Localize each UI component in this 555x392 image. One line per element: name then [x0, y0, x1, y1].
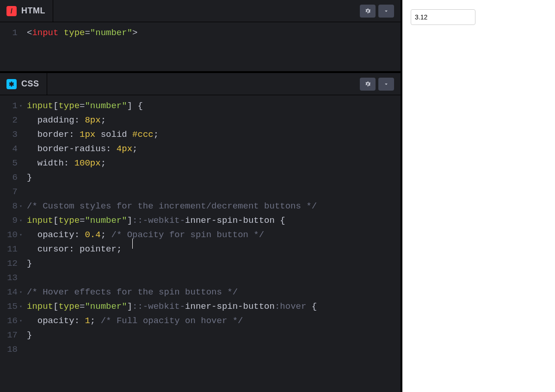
css-pane-header: ✱ CSS — [0, 73, 401, 95]
html-expand-button[interactable] — [378, 5, 394, 18]
editors-column: / HTML 1 <input type="number"> ✱ CSS — [0, 0, 402, 392]
chevron-down-icon — [383, 8, 389, 14]
app-root: / HTML 1 <input type="number"> ✱ CSS — [0, 0, 555, 392]
css-editor[interactable]: 123456789101112131415161718 input[type="… — [0, 95, 401, 392]
chevron-down-icon — [383, 81, 389, 87]
preview-pane — [402, 0, 555, 392]
css-gutter: 123456789101112131415161718 — [0, 95, 22, 392]
html-code[interactable]: <input type="number"> — [22, 22, 137, 71]
css-badge-icon: ✱ — [6, 79, 17, 89]
css-tab-label: CSS — [21, 79, 39, 89]
html-tab-label: HTML — [21, 6, 45, 16]
css-tab[interactable]: ✱ CSS — [0, 73, 47, 95]
html-pane-header: / HTML — [0, 0, 401, 22]
html-tools — [360, 5, 401, 18]
css-tools — [360, 78, 401, 91]
gear-icon — [364, 7, 371, 14]
html-tab[interactable]: / HTML — [0, 0, 53, 22]
gear-icon — [364, 80, 371, 87]
preview-number-input[interactable] — [411, 9, 475, 25]
html-editor[interactable]: 1 <input type="number"> — [0, 22, 401, 73]
html-badge-icon: / — [6, 6, 17, 16]
html-gutter: 1 — [0, 22, 22, 71]
css-settings-button[interactable] — [360, 78, 376, 91]
css-code[interactable]: input[type="number"] { padding: 8px; bor… — [22, 95, 317, 392]
css-expand-button[interactable] — [378, 78, 394, 91]
html-settings-button[interactable] — [360, 5, 376, 18]
